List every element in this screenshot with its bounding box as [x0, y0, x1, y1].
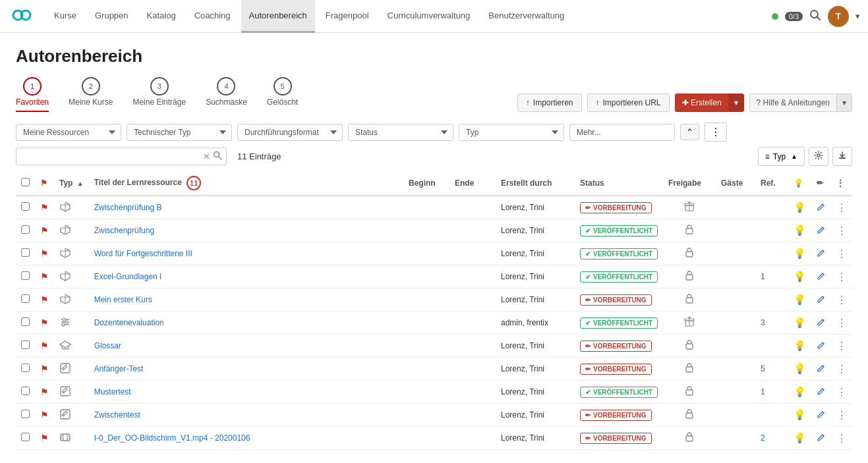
bulb-icon[interactable]: 💡	[794, 386, 806, 397]
importieren-button[interactable]: ↑ Importieren	[517, 94, 582, 112]
bookmark-icon[interactable]: ⚑	[40, 433, 49, 443]
row-checkbox[interactable]	[21, 433, 30, 441]
row-context-menu[interactable]: ⋮	[836, 410, 847, 421]
resource-title-link[interactable]: Zwischentest	[94, 410, 140, 420]
settings-icon-button[interactable]	[809, 147, 828, 166]
row-context-menu[interactable]: ⋮	[836, 202, 847, 213]
search-input[interactable]	[20, 152, 203, 161]
edit-icon[interactable]	[817, 203, 826, 213]
th-typ[interactable]: Typ ▲	[54, 171, 89, 196]
row-checkbox[interactable]	[21, 364, 30, 372]
bookmark-icon[interactable]: ⚑	[40, 410, 49, 420]
select-all-checkbox[interactable]	[21, 178, 30, 186]
bookmark-icon[interactable]: ⚑	[40, 271, 49, 282]
resource-title-link[interactable]: Zwischenprüfung B	[94, 203, 162, 212]
bookmark-icon[interactable]: ⚑	[40, 248, 49, 259]
edit-icon[interactable]	[817, 387, 826, 398]
edit-icon[interactable]	[817, 410, 826, 421]
resource-title-link[interactable]: Excel-Grundlagen I	[94, 272, 162, 281]
tab-geloescht[interactable]: 5 Gelöscht	[267, 77, 298, 112]
bulb-icon[interactable]: 💡	[794, 271, 806, 282]
task-badge[interactable]: 0/3	[785, 12, 803, 21]
row-context-menu[interactable]: ⋮	[836, 433, 847, 444]
edit-icon[interactable]	[817, 341, 826, 352]
row-checkbox[interactable]	[21, 202, 30, 211]
sort-button[interactable]: ≡ Typ ▲	[758, 147, 805, 166]
edit-icon[interactable]	[817, 364, 826, 375]
resource-title-link[interactable]: Zwischenprüfung	[94, 226, 154, 235]
tab-meine-eintraege[interactable]: 3 Meine Einträge	[132, 77, 186, 112]
nav-item-curriculumverwaltung[interactable]: Curriculumverwaltung	[380, 0, 478, 33]
edit-icon[interactable]	[817, 272, 826, 283]
nav-item-gruppen[interactable]: Gruppen	[87, 0, 136, 33]
row-context-menu[interactable]: ⋮	[836, 248, 847, 259]
filter-kebab-button[interactable]: ⋮	[705, 123, 727, 142]
row-checkbox[interactable]	[21, 225, 30, 234]
erstellen-button[interactable]: ✚ Erstellen	[675, 94, 728, 112]
row-checkbox[interactable]	[21, 340, 30, 349]
tab-meine-kurse[interactable]: 2 Meine Kurse	[69, 77, 113, 112]
bookmark-icon[interactable]: ⚑	[40, 294, 49, 305]
row-context-menu[interactable]: ⋮	[836, 364, 847, 375]
filter-status[interactable]: Status	[348, 124, 453, 141]
filter-typ[interactable]: Typ	[459, 124, 564, 141]
filter-technischer-typ[interactable]: Technischer Typ	[127, 124, 232, 141]
resource-title-link[interactable]: Mein erster Kurs	[94, 295, 152, 304]
edit-icon[interactable]	[817, 226, 826, 236]
bookmark-icon[interactable]: ⚑	[40, 364, 49, 374]
bookmark-icon[interactable]: ⚑	[40, 202, 49, 213]
bulb-icon[interactable]: 💡	[794, 225, 806, 236]
clear-icon[interactable]: ✕	[203, 151, 210, 161]
filter-ressourcen[interactable]: Meine Ressourcen	[16, 124, 121, 141]
bookmark-icon[interactable]: ⚑	[40, 340, 49, 351]
bulb-icon[interactable]: 💡	[794, 317, 806, 328]
nav-item-kurse[interactable]: Kurse	[46, 0, 84, 33]
row-checkbox[interactable]	[21, 271, 30, 280]
avatar-dropdown-icon[interactable]: ▾	[855, 11, 860, 21]
row-checkbox[interactable]	[21, 387, 30, 395]
row-context-menu[interactable]: ⋮	[836, 340, 847, 352]
erstellen-dropdown[interactable]: ▾	[728, 94, 744, 112]
bulb-icon[interactable]: 💡	[794, 363, 806, 374]
search-submit-icon[interactable]	[213, 151, 222, 162]
edit-icon[interactable]	[817, 249, 826, 259]
row-checkbox[interactable]	[21, 294, 30, 303]
filter-collapse-button[interactable]: ⌃	[680, 124, 699, 140]
resource-title-link[interactable]: I-0_Der_OO-Bildschirm_V1.mp4 - 20200106	[94, 433, 250, 443]
resource-title-link[interactable]: Word für Fortgeschrittene III	[94, 249, 192, 258]
search-icon[interactable]	[809, 9, 821, 23]
filter-durchfuehrungsformat[interactable]: Durchführungsformat	[237, 124, 343, 141]
bulb-icon[interactable]: 💡	[794, 294, 806, 305]
hilfe-button[interactable]: ? Hilfe & Anleitungen	[749, 94, 836, 112]
edit-icon[interactable]	[817, 295, 826, 306]
bulb-icon[interactable]: 💡	[794, 340, 806, 351]
bulb-icon[interactable]: 💡	[794, 409, 806, 420]
edit-icon[interactable]	[817, 318, 826, 329]
avatar[interactable]: T	[828, 6, 849, 27]
bulb-icon[interactable]: 💡	[794, 202, 806, 213]
nav-item-coaching[interactable]: Coaching	[187, 0, 239, 33]
resource-title-link[interactable]: Dozentenevaluation	[94, 318, 164, 327]
row-context-menu[interactable]: ⋮	[836, 387, 847, 398]
nav-item-autorenbereich[interactable]: Autorenbereich	[241, 0, 315, 33]
row-checkbox[interactable]	[21, 317, 30, 326]
bulb-icon[interactable]: 💡	[794, 248, 806, 259]
row-checkbox[interactable]	[21, 248, 30, 257]
bookmark-icon[interactable]: ⚑	[40, 387, 49, 397]
resource-title-link[interactable]: Mustertest	[94, 387, 131, 396]
bookmark-icon[interactable]: ⚑	[40, 317, 49, 328]
edit-icon[interactable]	[817, 433, 826, 444]
bulb-icon[interactable]: 💡	[794, 432, 806, 443]
importieren-url-button[interactable]: ↑ Importieren URL	[587, 94, 670, 112]
row-checkbox[interactable]	[21, 410, 30, 418]
download-icon-button[interactable]	[832, 147, 852, 166]
row-context-menu[interactable]: ⋮	[836, 271, 847, 283]
row-context-menu[interactable]: ⋮	[836, 294, 847, 306]
resource-title-link[interactable]: Glossar	[94, 341, 121, 350]
nav-item-benutzerverwaltung[interactable]: Benutzerverwaltung	[480, 0, 572, 33]
tab-favoriten[interactable]: 1 Favoriten	[16, 77, 49, 112]
row-context-menu[interactable]: ⋮	[836, 225, 847, 236]
resource-title-link[interactable]: Anfänger-Test	[94, 364, 144, 373]
bookmark-icon[interactable]: ⚑	[40, 225, 49, 236]
row-context-menu[interactable]: ⋮	[836, 317, 847, 329]
